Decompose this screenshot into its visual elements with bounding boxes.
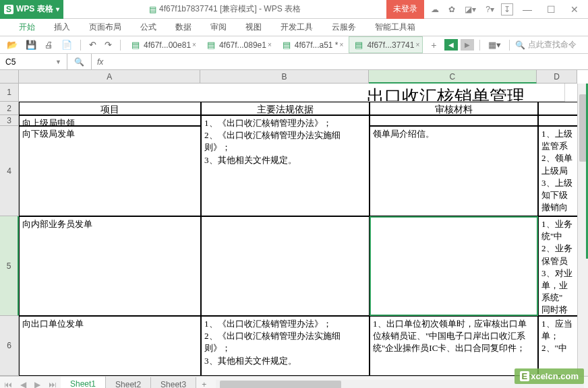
new-tab-button[interactable]: + (425, 38, 442, 52)
close-tab-icon[interactable]: × (340, 41, 344, 48)
watermark-badge: E (520, 371, 530, 381)
row-header-6[interactable]: 6 (0, 316, 19, 376)
cell-c5-selected[interactable] (370, 216, 538, 316)
doc-tab-1[interactable]: ▤4f67f...00e81× (126, 37, 199, 53)
settings-icon[interactable]: ✿ (446, 3, 458, 15)
cell-a2[interactable]: 项目 (19, 102, 201, 115)
toolbar: 📂 💾 🖨 📄 ↶ ↷ ▤4f67f...00e81× ▤4f67f...089… (0, 36, 588, 54)
print-preview-icon[interactable]: 🖨 (42, 38, 56, 51)
col-header-a[interactable]: A (19, 70, 200, 84)
title-bar: S WPS 表格 ▾ ▤ 4f67f1b7837741 [兼容模式] - WPS… (0, 0, 588, 19)
column-headers: A B C D (19, 70, 577, 84)
sheet-nav-first[interactable]: ⏮ (0, 380, 16, 389)
doc-tab-2[interactable]: ▤4f67f...089e1× (202, 37, 274, 53)
cell-a5[interactable]: 向内部业务员发单 (19, 216, 201, 316)
row-header-5[interactable]: 5 (0, 216, 19, 316)
find-icon-small[interactable]: 🔍 (74, 57, 84, 67)
cell-b5[interactable] (201, 216, 370, 316)
open-icon[interactable]: 📂 (4, 38, 20, 51)
col-header-b[interactable]: B (200, 70, 368, 84)
cell-d2[interactable] (538, 102, 577, 115)
print-icon[interactable]: 📄 (59, 38, 75, 51)
search-icon: 🔍 (515, 40, 525, 50)
cell-d5[interactable]: 1、业务 统"中 2、业务 保管员 3、对业 单，业 系统" 同时将 (538, 216, 577, 316)
menu-insert[interactable]: 插入 (45, 18, 80, 36)
sheet-nav-next[interactable]: ▶ (30, 380, 45, 389)
help-icon[interactable]: ?▾ (483, 3, 497, 15)
sheet-tab-3[interactable]: Sheet3 (151, 377, 196, 389)
minimize-button[interactable]: — (517, 1, 537, 18)
fx-label[interactable]: fx (92, 57, 109, 67)
menu-review[interactable]: 审阅 (201, 18, 236, 36)
menu-data[interactable]: 数据 (166, 18, 201, 36)
formula-bar: C5 ▼ 🔍 fx (0, 54, 588, 70)
skin-icon[interactable]: ◪▾ (462, 3, 479, 15)
separator (80, 40, 81, 51)
app-badge[interactable]: S WPS 表格 ▾ (0, 0, 63, 19)
save-icon[interactable]: 💾 (23, 38, 39, 51)
undo-icon[interactable]: ↶ (86, 38, 99, 51)
cell-b3[interactable]: 1、《出口收汇核销管理办法》； 2、《出口收汇核销管理办法实施细则》； 3、其他… (201, 115, 370, 216)
close-tab-icon[interactable]: × (192, 41, 196, 48)
add-sheet-button[interactable]: + (196, 380, 212, 389)
tab-list-icon[interactable]: ▦▾ (486, 38, 504, 51)
redo-icon[interactable]: ↷ (102, 38, 115, 51)
menu-cloud[interactable]: 云服务 (322, 18, 365, 36)
document-icon: ▤ (149, 5, 156, 14)
menu-pagelayout[interactable]: 页面布局 (80, 18, 131, 36)
name-box-dropdown-icon[interactable]: ▼ (55, 59, 61, 65)
close-button[interactable]: ✕ (565, 1, 584, 18)
col-header-d[interactable]: D (537, 70, 577, 84)
name-box-value: C5 (5, 57, 16, 67)
cell-c4[interactable]: 领单局介绍信。 (370, 126, 538, 216)
ribbon-toggle-icon[interactable]: ↧ (501, 3, 513, 15)
cell-d6[interactable]: 1、应当 单； 2、"中 (538, 316, 577, 376)
watermark: Excelcn.com (514, 368, 585, 384)
doc-tab-3[interactable]: ▤4f67f...a51 *× (277, 37, 347, 53)
cell-c2[interactable]: 审核材料 (370, 102, 538, 115)
cell-c3[interactable] (370, 115, 538, 126)
row-header-3[interactable]: 3 (0, 115, 19, 126)
sheet-tab-1[interactable]: Sheet1 (61, 377, 106, 389)
col-header-c[interactable]: C (369, 70, 537, 84)
cell-b2[interactable]: 主要法规依据 (201, 102, 370, 115)
sheet-tab-2[interactable]: Sheet2 (106, 377, 151, 389)
separator (120, 40, 121, 51)
select-all-corner[interactable] (0, 70, 19, 84)
cell-c6[interactable]: 1、出口单位初次领单时，应审核出口单位核销员证、"中国电子口岸出口收汇系统"企业… (370, 316, 538, 376)
cells-area[interactable]: 出口收汇核销单管理 项目 主要法规依据 审核材料 向上级局申领 1、《出口收汇核… (19, 84, 577, 376)
cloud-icon[interactable]: ☁ (428, 3, 442, 15)
login-button[interactable]: 未登录 (386, 0, 424, 19)
menu-devtools[interactable]: 开发工具 (271, 18, 322, 36)
cell-d4[interactable]: 1、上级 监管系 2、领单 上级局 3、上级 知下级 撤销向 (538, 126, 577, 216)
horizontal-scrollbar-thumb[interactable] (220, 381, 341, 389)
menu-smarttools[interactable]: 智能工具箱 (365, 18, 425, 36)
menu-bar: 开始 插入 页面布局 公式 数据 审阅 视图 开发工具 云服务 智能工具箱 (0, 19, 588, 36)
menu-formula[interactable]: 公式 (131, 18, 166, 36)
tab-nav-left[interactable]: ◀ (444, 39, 458, 51)
cell-d3[interactable] (538, 115, 577, 126)
close-tab-icon[interactable]: × (415, 41, 419, 48)
cell-b6[interactable]: 1、《出口收汇核销管理办法》； 2、《出口收汇核销管理办法实施细则》； 3、其他… (201, 316, 370, 376)
row-header-4[interactable]: 4 (0, 126, 19, 216)
app-logo-s: S (4, 5, 13, 14)
doc-tab-4[interactable]: ▤4f67f...37741× (349, 36, 423, 53)
watermark-text: xcelcn.com (531, 371, 579, 381)
cell-a6[interactable]: 向出口单位发单 (19, 316, 201, 376)
cell-a3[interactable]: 向上级局申领 (19, 115, 201, 126)
row-header-2[interactable]: 2 (0, 102, 19, 115)
sheet-nav-last[interactable]: ⏭ (45, 380, 61, 389)
menu-start[interactable]: 开始 (9, 18, 45, 36)
menu-view[interactable]: 视图 (236, 18, 271, 36)
maximize-button[interactable]: ☐ (541, 1, 561, 18)
row-header-1[interactable]: 1 (0, 84, 19, 102)
name-box[interactable]: C5 ▼ (0, 54, 67, 69)
tab-nav-right[interactable]: ▶ (461, 39, 474, 51)
cell-a4[interactable]: 向下级局发单 (19, 126, 201, 216)
close-tab-icon[interactable]: × (268, 41, 272, 48)
separator (479, 40, 480, 51)
command-search[interactable]: 🔍点此查找命令 (515, 39, 577, 51)
sheet-nav-prev[interactable]: ◀ (16, 380, 30, 389)
cell-title[interactable]: 出口收汇核销单管理 (19, 84, 565, 102)
app-menu-dropdown-icon[interactable]: ▾ (56, 5, 59, 13)
